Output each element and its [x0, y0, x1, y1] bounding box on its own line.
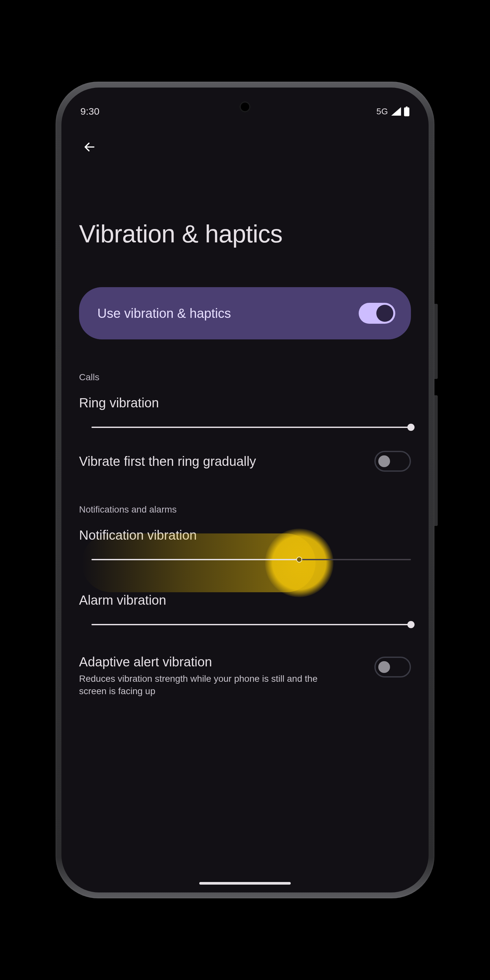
adaptive-alert-subtitle: Reduces vibration strength while your ph…: [79, 673, 327, 697]
front-camera: [239, 101, 251, 112]
notification-vibration-slider-thumb[interactable]: [296, 557, 302, 563]
adaptive-alert-row[interactable]: Adaptive alert vibration Reduces vibrati…: [79, 655, 411, 697]
ring-vibration-slider-thumb[interactable]: [407, 424, 415, 431]
alarm-vibration-title: Alarm vibration: [79, 593, 411, 608]
notification-vibration-title: Notification vibration: [79, 528, 411, 542]
gesture-nav-indicator[interactable]: [199, 882, 291, 885]
status-time: 9:30: [80, 106, 99, 117]
back-arrow-icon: [83, 140, 96, 154]
cellular-signal-icon: [391, 107, 401, 116]
master-toggle-row[interactable]: Use vibration & haptics: [79, 287, 411, 339]
notification-vibration-slider[interactable]: [91, 552, 411, 573]
alarm-vibration-slider[interactable]: [91, 617, 411, 638]
phone-screen: 9:30 5G Vibration & haptics: [61, 88, 429, 892]
back-button[interactable]: [79, 137, 100, 158]
network-type-label: 5G: [376, 107, 388, 117]
ring-vibration-row[interactable]: Ring vibration: [79, 396, 411, 441]
page-title: Vibration & haptics: [79, 220, 411, 248]
notification-vibration-slider-fill: [91, 559, 299, 560]
alarm-vibration-slider-thumb[interactable]: [407, 621, 415, 628]
master-toggle-switch[interactable]: [359, 303, 395, 324]
master-toggle-label: Use vibration & haptics: [97, 306, 231, 321]
ring-vibration-slider-fill: [91, 426, 411, 428]
ring-vibration-slider[interactable]: [91, 420, 411, 441]
section-notifications-alarms-label: Notifications and alarms: [79, 504, 411, 515]
battery-icon: [404, 107, 410, 116]
ring-vibration-title: Ring vibration: [79, 396, 411, 410]
alarm-vibration-row[interactable]: Alarm vibration: [79, 593, 411, 638]
vibrate-first-switch[interactable]: [374, 451, 411, 472]
svg-rect-1: [404, 108, 409, 116]
alarm-vibration-slider-fill: [91, 624, 411, 625]
adaptive-alert-title: Adaptive alert vibration: [79, 655, 361, 669]
notification-vibration-row[interactable]: Notification vibration: [79, 528, 411, 573]
status-indicators: 5G: [376, 107, 410, 117]
adaptive-alert-switch[interactable]: [374, 657, 411, 678]
top-app-bar: [79, 124, 411, 177]
vibrate-first-row[interactable]: Vibrate first then ring gradually: [79, 451, 411, 472]
phone-frame: 9:30 5G Vibration & haptics: [56, 82, 434, 898]
section-calls-label: Calls: [79, 372, 411, 382]
svg-rect-0: [406, 107, 407, 108]
vibrate-first-title: Vibrate first then ring gradually: [79, 454, 256, 469]
